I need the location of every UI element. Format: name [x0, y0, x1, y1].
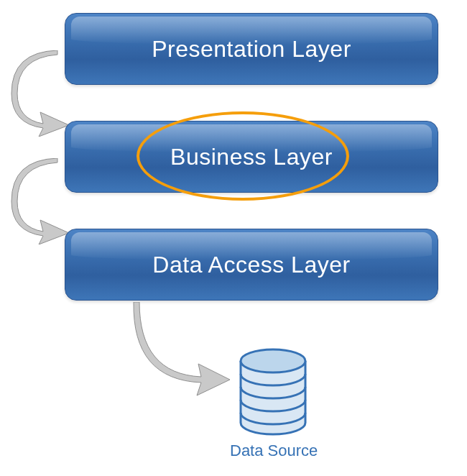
curved-arrow-icon: [7, 50, 72, 137]
architecture-diagram: Presentation Layer Business Layer Data A…: [0, 0, 467, 476]
database-icon: [234, 345, 313, 439]
presentation-layer-label: Presentation Layer: [152, 36, 351, 63]
svg-point-0: [241, 349, 305, 372]
business-layer-label: Business Layer: [170, 144, 333, 170]
data-access-layer-box: Data Access Layer: [65, 229, 438, 301]
arrow-dataaccess-to-datasource: [122, 302, 237, 410]
arrow-business-to-dataaccess: [7, 158, 72, 244]
data-source-label: Data Source: [230, 441, 318, 460]
down-right-arrow-icon: [122, 302, 237, 410]
data-access-layer-label: Data Access Layer: [152, 252, 350, 278]
presentation-layer-box: Presentation Layer: [65, 13, 438, 85]
curved-arrow-icon: [7, 158, 72, 244]
business-layer-box: Business Layer: [65, 121, 438, 193]
arrow-presentation-to-business: [7, 50, 72, 137]
database-cylinder: [234, 345, 313, 439]
